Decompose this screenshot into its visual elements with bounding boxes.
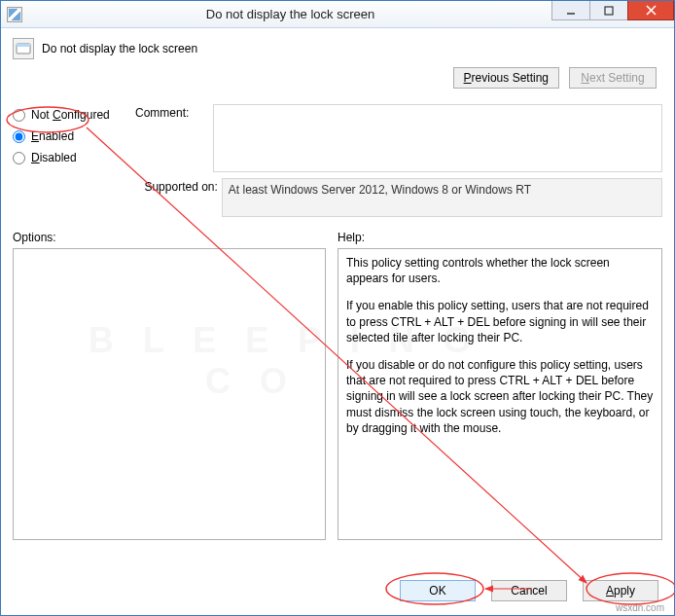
previous-setting-button[interactable]: Previous Setting xyxy=(453,67,559,89)
button-label: Apply xyxy=(606,584,635,598)
disabled-label[interactable]: Disabled xyxy=(31,151,77,164)
comment-textarea[interactable] xyxy=(213,104,662,172)
window-controls xyxy=(552,1,674,27)
not-configured-label[interactable]: Not Configured xyxy=(31,108,110,122)
ok-button[interactable]: OK xyxy=(400,580,476,601)
apply-button[interactable]: Apply xyxy=(583,580,658,601)
window-title: Do not display the lock screen xyxy=(28,7,552,21)
svg-rect-1 xyxy=(605,7,613,15)
policy-icon xyxy=(13,38,34,59)
state-radio-group: Not Configured Enabled Disabled xyxy=(13,104,127,223)
minimize-button[interactable] xyxy=(551,1,590,20)
dialog-buttons: OK Cancel Apply xyxy=(400,580,658,601)
cancel-button[interactable]: Cancel xyxy=(491,580,567,601)
next-setting-button: Next Setting xyxy=(569,67,657,89)
enabled-label[interactable]: Enabled xyxy=(31,129,74,143)
supported-on-text xyxy=(222,178,662,217)
disabled-radio[interactable] xyxy=(13,152,25,164)
maximize-button[interactable] xyxy=(589,1,628,20)
enabled-radio[interactable] xyxy=(13,130,25,143)
button-label: Previous Setting xyxy=(464,71,549,85)
title-bar: Do not display the lock screen xyxy=(1,1,674,28)
close-button[interactable] xyxy=(627,1,674,20)
help-label: Help: xyxy=(338,231,662,244)
options-label: Options: xyxy=(13,231,326,244)
button-label: Next Setting xyxy=(581,71,644,85)
supported-on-label: Supported on: xyxy=(135,178,218,194)
app-icon xyxy=(7,7,22,22)
watermark-small: wsxdn.com xyxy=(616,602,664,613)
watermark-big: B L E E P I N G C O xyxy=(89,320,480,402)
not-configured-radio[interactable] xyxy=(13,109,25,122)
dialog-content: Do not display the lock screen Previous … xyxy=(1,28,674,615)
policy-title: Do not display the lock screen xyxy=(42,42,197,55)
help-paragraph: This policy setting controls whether the… xyxy=(346,255,654,286)
svg-rect-5 xyxy=(17,44,30,47)
comment-label: Comment: xyxy=(135,104,209,120)
